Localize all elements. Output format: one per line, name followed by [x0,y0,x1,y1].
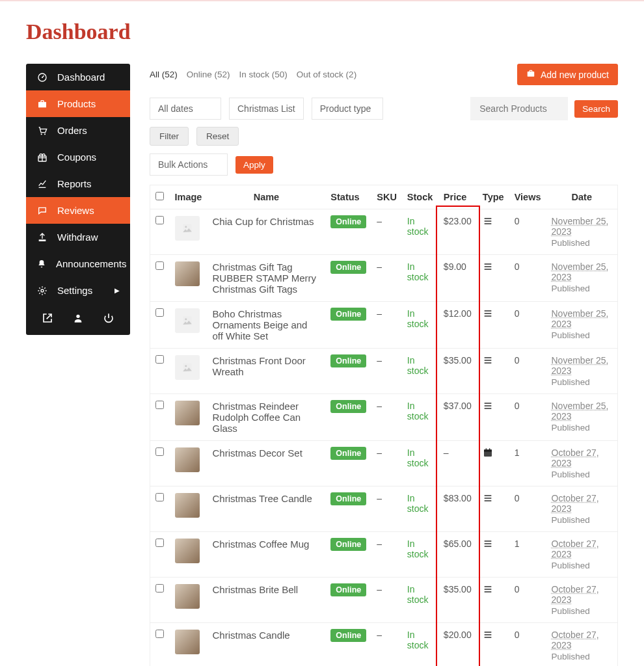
date-link[interactable]: November 25, 2023 [552,261,609,282]
chart-icon [36,179,48,189]
product-name-link[interactable]: Christmas Tree Candle [213,493,312,504]
status-badge: Online [330,215,366,228]
status-filter[interactable]: In stock (50) [239,70,288,79]
product-thumbnail[interactable] [175,401,200,425]
views-cell: 0 [509,486,546,532]
row-checkbox[interactable] [155,401,164,409]
select-all-checkbox[interactable] [155,192,164,200]
product-name-link[interactable]: Boho Christmas Ornaments Beige and off W… [213,308,308,341]
bulk-actions-select[interactable]: Bulk Actions [150,153,228,176]
stock-cell: In stock [407,584,429,605]
sku-cell: – [371,302,402,349]
date-link[interactable]: October 27, 2023 [552,539,599,559]
product-name-link[interactable]: Chia Cup for Christmas [213,216,314,227]
product-name-link[interactable]: Christmas Coffee Mug [213,539,310,550]
date-link[interactable]: October 27, 2023 [552,447,599,468]
row-checkbox[interactable] [155,630,164,638]
list-icon [483,494,493,505]
status-filter[interactable]: All (52) [150,70,178,79]
sku-cell: – [371,486,402,532]
sidebar-item-label: Dashboard [57,72,105,83]
status-filter[interactable]: Out of stock (2) [297,70,356,79]
row-checkbox[interactable] [155,216,164,224]
product-thumbnail[interactable] [175,216,200,241]
stock-cell: In stock [407,216,429,237]
list-icon [483,631,493,642]
row-checkbox[interactable] [155,355,164,364]
product-name-link[interactable]: Christmas Reindeer Rudolph Coffee Can Gl… [213,401,301,434]
date-link[interactable]: October 27, 2023 [552,584,599,605]
sidebar-item-label: Reviews [57,205,94,216]
external-link-icon[interactable] [42,313,53,326]
search-input[interactable] [470,97,568,120]
date-link[interactable]: November 25, 2023 [552,355,609,376]
product-name-link[interactable]: Christmas Decor Set [213,447,302,459]
product-thumbnail[interactable] [175,308,200,333]
product-thumbnail[interactable] [175,584,200,609]
sidebar-item-products[interactable]: Products [26,90,130,117]
date-link[interactable]: November 25, 2023 [552,216,609,237]
views-cell: 0 [509,623,546,667]
sidebar-item-reviews[interactable]: Reviews [26,197,130,224]
sidebar-item-withdraw[interactable]: Withdraw [26,224,130,250]
product-name-link[interactable]: Christmas Candle [213,630,290,641]
user-icon[interactable] [73,313,83,326]
filter-button[interactable]: Filter [150,127,189,146]
product-thumbnail[interactable] [175,447,200,472]
add-new-product-button[interactable]: Add new product [517,64,618,85]
date-link[interactable]: November 25, 2023 [552,401,609,421]
sku-cell: – [371,209,402,255]
sidebar-item-reports[interactable]: Reports [26,170,130,197]
date-link[interactable]: November 25, 2023 [552,308,609,329]
sidebar-item-announcements[interactable]: Announcements [26,250,130,277]
table-row: Christmas Decor SetOnline–In stock–1Octo… [150,441,618,486]
status-badge: Online [330,400,366,413]
product-thumbnail[interactable] [175,493,200,518]
list-icon [483,402,493,413]
product-name-link[interactable]: Christmas Front Door Wreath [213,355,306,377]
product-name-link[interactable]: Christmas Gift Tag RUBBER STAMP Merry Ch… [213,261,316,295]
briefcase-icon [526,69,535,80]
price-cell: $9.00 [438,255,477,302]
svg-point-2 [41,133,42,135]
row-checkbox[interactable] [155,539,164,547]
product-name-link[interactable]: Christmas Brite Bell [213,584,299,595]
svg-point-6 [76,315,79,318]
search-button[interactable]: Search [574,100,618,118]
product-thumbnail[interactable] [175,355,200,380]
list-icon [483,263,493,274]
sidebar-item-settings[interactable]: Settings▶ [26,277,130,304]
row-checkbox[interactable] [155,584,164,593]
published-label: Published [552,423,613,433]
main-content: All (52)Online (52)In stock (50)Out of s… [150,64,618,666]
apply-button[interactable]: Apply [235,156,273,174]
row-checkbox[interactable] [155,261,164,270]
reset-button[interactable]: Reset [196,127,239,146]
svg-point-8 [185,226,187,228]
sidebar-item-dashboard[interactable]: Dashboard [26,64,130,90]
date-link[interactable]: October 27, 2023 [552,630,599,650]
published-label: Published [552,561,613,570]
row-checkbox[interactable] [155,493,164,501]
list-icon [483,310,493,321]
product-thumbnail[interactable] [175,539,200,563]
date-link[interactable]: October 27, 2023 [552,493,599,514]
sku-cell: – [371,532,402,578]
filter-dates[interactable]: All dates [150,98,221,120]
product-thumbnail[interactable] [175,261,200,286]
product-thumbnail[interactable] [175,630,200,654]
add-new-product-label: Add new product [541,70,609,80]
filter-product-type[interactable]: Product type [312,98,383,120]
published-label: Published [552,470,613,479]
sidebar-item-coupons[interactable]: Coupons [26,144,130,170]
filter-category[interactable]: Christmas List [229,98,304,120]
row-checkbox[interactable] [155,447,164,456]
row-checkbox[interactable] [155,308,164,317]
list-icon [483,540,493,551]
col-date: Date [546,185,618,209]
sidebar-item-orders[interactable]: Orders [26,117,130,144]
power-icon[interactable] [103,313,114,326]
sidebar: DashboardProductsOrdersCouponsReportsRev… [26,64,130,335]
status-filter[interactable]: Online (52) [187,70,230,79]
price-cell: $35.00 [438,349,477,394]
